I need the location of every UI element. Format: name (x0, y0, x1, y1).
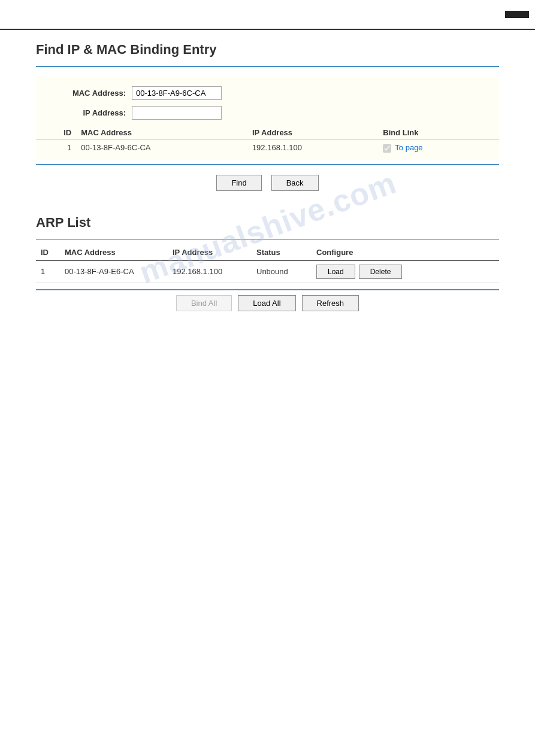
find-col-ip: IP Address (247, 126, 378, 140)
top-bar (0, 0, 535, 30)
arp-row-id: 1 (36, 260, 60, 283)
arp-section: ARP List ID MAC Address IP Address Statu… (36, 215, 499, 316)
arp-load-button[interactable]: Load (316, 265, 355, 279)
arp-col-id: ID (36, 244, 60, 261)
arp-table: ID MAC Address IP Address Status Configu… (36, 244, 499, 283)
arp-col-mac: MAC Address (60, 244, 168, 261)
arp-col-configure: Configure (312, 244, 499, 261)
ip-address-label: IP Address: (36, 108, 132, 117)
find-row-bind: To page (378, 140, 499, 156)
arp-table-row: 100-13-8F-A9-E6-CA192.168.1.100UnboundLo… (36, 260, 499, 283)
mac-address-input[interactable] (132, 86, 222, 100)
load-all-button[interactable]: Load All (238, 295, 295, 311)
find-divider-top (36, 66, 499, 67)
find-col-mac: MAC Address (76, 126, 247, 140)
arp-table-header-row: ID MAC Address IP Address Status Configu… (36, 244, 499, 261)
find-button-row: Find Back (36, 175, 499, 191)
find-section: Find IP & MAC Binding Entry MAC Address:… (36, 42, 499, 191)
find-row-id: 1 (36, 140, 76, 156)
arp-delete-button[interactable]: Delete (359, 265, 403, 279)
find-button[interactable]: Find (216, 175, 261, 191)
find-section-title: Find IP & MAC Binding Entry (36, 42, 499, 57)
to-page-link[interactable]: To page (395, 143, 422, 152)
find-row-ip: 192.168.1.100 (247, 140, 378, 156)
find-col-bind: Bind Link (378, 126, 499, 140)
arp-table-body: 100-13-8F-A9-E6-CA192.168.1.100UnboundLo… (36, 260, 499, 283)
find-table-row: 100-13-8F-A9-6C-CA192.168.1.100To page (36, 140, 499, 156)
find-divider-bottom (36, 164, 499, 165)
ip-address-input[interactable] (132, 106, 222, 120)
mac-address-row: MAC Address: (36, 86, 499, 100)
arp-col-status: Status (252, 244, 312, 261)
arp-row-status: Unbound (252, 260, 312, 283)
arp-row-ip: 192.168.1.100 (168, 260, 252, 283)
arp-divider-top (36, 239, 499, 239)
find-row-mac: 00-13-8F-A9-6C-CA (76, 140, 247, 156)
find-col-id: ID (36, 126, 76, 140)
back-button[interactable]: Back (271, 175, 319, 191)
arp-col-ip: IP Address (168, 244, 252, 261)
find-form-area: MAC Address: IP Address: ID MAC Address … (36, 77, 499, 160)
mac-address-label: MAC Address: (36, 89, 132, 98)
arp-section-title: ARP List (36, 215, 499, 230)
bind-checkbox[interactable] (383, 144, 391, 153)
ip-address-row: IP Address: (36, 106, 499, 120)
arp-bottom-btn-row: Bind All Load All Refresh (36, 289, 499, 316)
top-bar-title (505, 11, 529, 18)
main-content: Find IP & MAC Binding Entry MAC Address:… (0, 30, 535, 328)
refresh-button[interactable]: Refresh (302, 295, 359, 311)
find-table-body: 100-13-8F-A9-6C-CA192.168.1.100To page (36, 140, 499, 156)
arp-row-configure: LoadDelete (312, 260, 499, 283)
find-result-table: ID MAC Address IP Address Bind Link 100-… (36, 126, 499, 156)
find-table-header-row: ID MAC Address IP Address Bind Link (36, 126, 499, 140)
arp-row-mac: 00-13-8F-A9-E6-CA (60, 260, 168, 283)
bind-all-button[interactable]: Bind All (176, 295, 232, 311)
